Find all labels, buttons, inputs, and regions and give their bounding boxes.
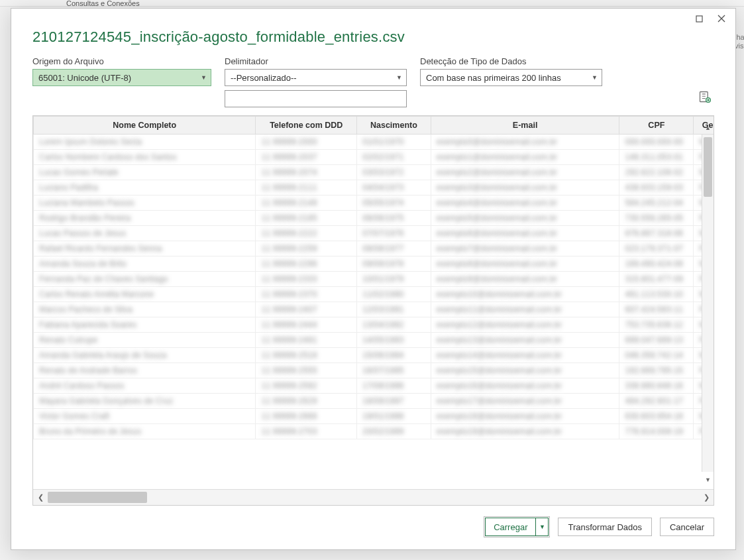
svg-rect-0 (696, 16, 702, 22)
load-dropdown-button[interactable]: ▼ (535, 518, 549, 536)
table-row[interactable]: Carlos Renato Amélia Marcone11 99999-237… (34, 287, 714, 302)
dialog-titlebar (11, 9, 735, 28)
table-cell: 11 99999-2703 (256, 424, 356, 439)
scroll-left-arrow-icon[interactable]: ❮ (33, 493, 48, 502)
table-cell: 461.113.530-10 (619, 287, 694, 302)
table-row[interactable]: Carlos Nombere Cardoso dos Santos11 9999… (34, 150, 714, 165)
table-cell: exemplo6@dominioemail.com.br (431, 226, 619, 241)
table-cell: exemplo4@dominioemail.com.br (431, 196, 619, 211)
table-row[interactable]: Victor Gomes Craft11 99999-266619/01/198… (34, 409, 714, 424)
chevron-down-icon: ▼ (592, 74, 598, 81)
table-cell: Victor Gomes Craft (34, 409, 256, 424)
table-row[interactable]: Mayara Gabriela Gonçalves de Cruz11 9999… (34, 394, 714, 409)
scroll-right-arrow-icon[interactable]: ❯ (699, 493, 714, 502)
table-cell: André Cardoso Passos (34, 378, 256, 394)
horizontal-scroll-thumb[interactable] (48, 492, 147, 503)
scroll-down-arrow-icon[interactable]: ▼ (702, 475, 714, 485)
table-cell: 19/01/1988 (356, 409, 431, 424)
load-button[interactable]: Carregar (485, 518, 535, 536)
table-cell: exemplo15@dominioemail.com.br (431, 363, 619, 378)
side-panel-peek: lha vis (735, 33, 744, 50)
table-cell: Renato de Andrade Barros (34, 363, 256, 378)
table-cell: exemplo16@dominioemail.com.br (431, 378, 619, 394)
table-row[interactable]: Amanda Gabriela Araujo de Souza11 99999-… (34, 348, 714, 363)
file-origin-dropdown[interactable]: 65001: Unicode (UTF-8) ▼ (32, 69, 211, 86)
table-cell: 11 99999-2296 (256, 256, 356, 272)
detection-dropdown[interactable]: Com base nas primeiras 200 linhas ▼ (420, 69, 602, 86)
import-dialog: 210127124545_inscrição-agosto_formidable… (11, 8, 736, 550)
table-row[interactable]: Fabiana Aparecida Soares11 99999-244413/… (34, 317, 714, 333)
table-cell: 18/09/1987 (356, 394, 431, 409)
scroll-up-arrow-icon[interactable]: ▲ (702, 123, 714, 133)
table-cell: 11 99999-2592 (256, 378, 356, 394)
table-cell: 15/06/1984 (356, 348, 431, 363)
table-cell: 192.669.795-15 (619, 363, 694, 378)
preview-table-scroll[interactable]: Nome Completo Telefone com DDD Nasciment… (33, 116, 714, 489)
delimiter-label: Delimitador (225, 56, 407, 66)
table-cell: 13/04/1982 (356, 317, 431, 333)
table-cell: 11/02/1980 (356, 287, 431, 302)
table-cell: 584.245.212-04 (619, 196, 694, 211)
table-row[interactable]: Bruno da Primeiro de Jesus11 99999-27032… (34, 424, 714, 439)
table-cell: Luciana Mambeto Passos (34, 196, 256, 211)
delimiter-dropdown[interactable]: --Personalizado-- ▼ (225, 69, 407, 86)
table-cell: 315.801.477-09 (619, 272, 694, 287)
maximize-button[interactable] (689, 11, 709, 26)
table-cell: 20/02/1989 (356, 424, 431, 439)
table-cell: exemplo0@dominioemail.com.br (431, 135, 619, 150)
table-cell: 338.980.848-16 (619, 378, 694, 394)
table-cell: 607.424.583-11 (619, 302, 694, 317)
col-cpf[interactable]: CPF (619, 117, 694, 135)
table-row[interactable]: Fernanda Paz de Chaves Santiago11 99999-… (34, 272, 714, 287)
table-row[interactable]: Lucas Passos de Jesus11 99999-222207/07/… (34, 226, 714, 241)
table-cell: 12/03/1981 (356, 302, 431, 317)
table-row[interactable]: Renato de Andrade Barros11 99999-255516/… (34, 363, 714, 378)
preview-table-body: Lorem Ipsum Dolores Secta11 99999-200001… (34, 135, 714, 439)
table-cell: Marcos Pacheco de Silva (34, 302, 256, 317)
delimiter-value: --Personalizado-- (231, 73, 297, 83)
custom-delimiter-input[interactable] (225, 90, 407, 107)
table-cell: exemplo13@dominioemail.com.br (431, 333, 619, 348)
table-cell: 11 99999-2333 (256, 272, 356, 287)
table-cell: Carlos Nombere Cardoso dos Santos (34, 150, 256, 165)
col-nascimento[interactable]: Nascimento (356, 117, 431, 135)
table-cell: 11 99999-2481 (256, 333, 356, 348)
settings-button[interactable] (698, 90, 714, 106)
table-cell: 11 99999-2037 (256, 150, 356, 165)
col-telefone[interactable]: Telefone com DDD (256, 117, 356, 135)
table-cell: 876.867.318-06 (619, 226, 694, 241)
file-origin-group: Origem do Arquivo 65001: Unicode (UTF-8)… (32, 56, 211, 86)
table-cell: 04/04/1973 (356, 180, 431, 196)
table-row[interactable]: Luciana Mambeto Passos11 99999-214805/05… (34, 196, 714, 211)
ribbon-background: Consultas e Conexões (0, 0, 744, 7)
transform-data-button[interactable]: Transformar Dados (558, 518, 652, 536)
table-row[interactable]: Luciano Padilha11 99999-211104/04/1973ex… (34, 180, 714, 196)
table-cell: 11 99999-2111 (256, 180, 356, 196)
table-cell: Fabiana Aparecida Soares (34, 317, 256, 333)
col-nome-completo[interactable]: Nome Completo (34, 117, 256, 135)
horizontal-scrollbar[interactable]: ❮ ❯ (33, 489, 714, 505)
close-button[interactable] (712, 11, 731, 26)
col-email[interactable]: E-mail (431, 117, 619, 135)
table-cell: 899.047.689-13 (619, 333, 694, 348)
dialog-footer: Carregar ▼ Transformar Dados Cancelar (32, 506, 714, 537)
vertical-scroll-thumb[interactable] (704, 137, 712, 197)
delimiter-group: Delimitador --Personalizado-- ▼ (225, 56, 407, 107)
table-cell: Amanda Souza de Brito (34, 256, 256, 272)
table-row[interactable]: Lorem Ipsum Dolores Secta11 99999-200001… (34, 135, 714, 150)
table-row[interactable]: Lucas Gomes Periale11 99999-207403/03/19… (34, 165, 714, 180)
table-row[interactable]: Renato Cutrupe11 99999-248114/05/1983exe… (34, 333, 714, 348)
table-row[interactable]: Marcos Pacheco de Silva11 99999-240712/0… (34, 302, 714, 317)
cancel-button[interactable]: Cancelar (660, 518, 714, 536)
table-row[interactable]: Rafael Ricardo Fernandes Senna11 99999-2… (34, 241, 714, 256)
table-cell: Amanda Gabriela Araujo de Souza (34, 348, 256, 363)
table-cell: 146.311.053-01 (619, 150, 694, 165)
table-row[interactable]: André Cardoso Passos11 99999-259217/08/1… (34, 378, 714, 394)
vertical-scrollbar[interactable]: ▲ ▼ (702, 135, 714, 472)
dialog-content: 210127124545_inscrição-agosto_formidable… (11, 28, 735, 549)
table-row[interactable]: Rodrigo Brandão Pereira11 99999-218506/0… (34, 211, 714, 226)
table-row[interactable]: Amanda Souza de Brito11 99999-229609/09/… (34, 256, 714, 272)
horizontal-scroll-track[interactable] (48, 490, 699, 505)
file-origin-label: Origem do Arquivo (32, 56, 211, 66)
table-cell: 06/06/1975 (356, 211, 431, 226)
